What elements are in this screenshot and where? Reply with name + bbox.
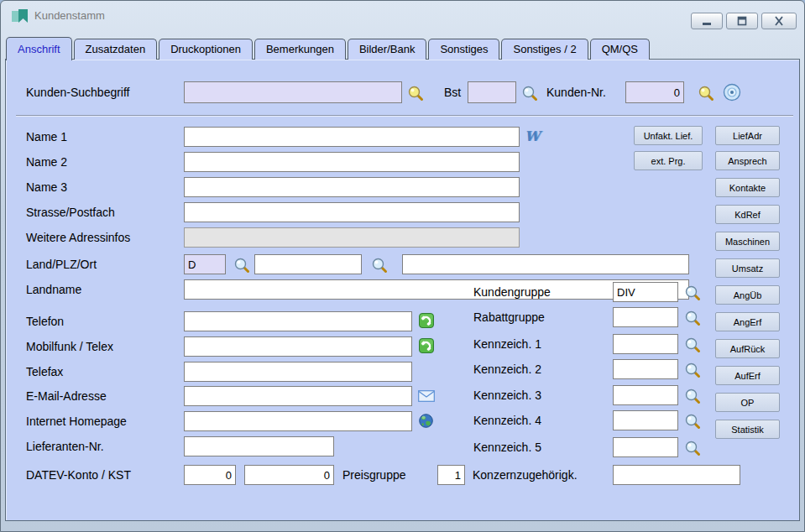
tab-bilder-bank[interactable]: Bilder/Bank <box>348 39 426 60</box>
tab-zusatzdaten[interactable]: Zusatzdaten <box>74 39 158 60</box>
land-magnifier-icon[interactable] <box>233 257 250 274</box>
tab-bemerkungen[interactable]: Bemerkungen <box>254 39 346 60</box>
name3-label: Name 3 <box>26 180 67 194</box>
plz-magnifier-icon[interactable] <box>371 257 388 274</box>
kennzeich4-input[interactable] <box>613 410 678 430</box>
mobilfunk-label: Mobilfunk / Telex <box>26 340 113 353</box>
telefon-input[interactable] <box>184 311 412 331</box>
window-frame-bottom <box>1 521 804 532</box>
strasse-label: Strasse/Postfach <box>26 206 115 219</box>
homepage-label: Internet Homepage <box>26 415 127 428</box>
kennzeich4-magnifier-icon[interactable] <box>684 413 701 430</box>
lieferanten-label: Lieferanten-Nr. <box>26 440 104 453</box>
ansprech-button[interactable]: Ansprech <box>715 151 780 170</box>
adressinfos-label: Weitere Adressinfos <box>26 231 130 244</box>
name2-input[interactable] <box>184 152 520 172</box>
telefax-input[interactable] <box>184 362 412 382</box>
minimize-button[interactable] <box>691 13 723 29</box>
word-export-icon[interactable]: W <box>525 128 540 144</box>
umsatz-button[interactable]: Umsatz <box>715 258 780 278</box>
lieferanten-input[interactable] <box>184 436 334 456</box>
op-button[interactable]: OP <box>715 393 780 412</box>
konzern-input[interactable] <box>613 465 740 485</box>
ext-prg-button[interactable]: ext. Prg. <box>634 151 703 170</box>
liefadr-button[interactable]: LiefAdr <box>715 126 780 145</box>
kennzeich2-magnifier-icon[interactable] <box>684 362 701 378</box>
kunden-suchbegriff-input[interactable] <box>184 81 402 103</box>
preisgruppe-label: Preisgruppe <box>342 468 406 482</box>
aufrueck-button[interactable]: AufRück <box>715 339 780 358</box>
adressinfos-input <box>184 227 520 248</box>
konzern-label: Konzernzugehörigk. <box>473 468 578 482</box>
bst-magnifier-icon[interactable] <box>521 85 538 102</box>
kdref-button[interactable]: KdRef <box>715 205 780 224</box>
telefax-label: Telefax <box>26 365 63 378</box>
name3-input[interactable] <box>184 177 520 197</box>
strasse-input[interactable] <box>184 202 520 222</box>
kennzeich4-label: Kennzeich. 4 <box>473 414 541 427</box>
rabattgruppe-input[interactable] <box>613 307 678 327</box>
tab-bar: Anschrift Zusatzdaten Druckoptionen Beme… <box>6 36 651 60</box>
dial-telefon-icon[interactable] <box>419 313 434 328</box>
tab-sonstiges[interactable]: Sonstiges <box>428 39 499 60</box>
globe-icon[interactable] <box>419 414 433 428</box>
angerf-button[interactable]: AngErf <box>715 312 780 331</box>
kunden-nr-label: Kunden-Nr. <box>546 86 606 99</box>
kunden-nr-input[interactable] <box>625 81 684 103</box>
name1-input[interactable] <box>184 127 520 147</box>
angueb-button[interactable]: AngÜb <box>715 285 780 305</box>
kennzeich3-input[interactable] <box>613 385 678 405</box>
search-kunde-magnifier-icon[interactable] <box>407 85 424 102</box>
land-plz-ort-label: Land/PLZ/Ort <box>26 258 97 271</box>
window-title: Kundenstamm <box>34 9 105 22</box>
name2-label: Name 2 <box>26 155 67 169</box>
auferf-button[interactable]: AufErf <box>715 366 780 385</box>
email-envelope-icon[interactable] <box>418 390 435 402</box>
telefon-label: Telefon <box>26 315 64 328</box>
kundengruppe-magnifier-icon[interactable] <box>684 284 701 301</box>
mobilfunk-input[interactable] <box>184 336 412 357</box>
landname-label: Landname <box>26 283 81 296</box>
kennzeich2-input[interactable] <box>613 359 678 379</box>
land-input[interactable] <box>184 254 226 274</box>
kennzeich5-label: Kennzeich. 5 <box>473 441 541 454</box>
tab-anschrift[interactable]: Anschrift <box>6 37 72 60</box>
minimize-icon <box>701 16 713 26</box>
close-icon <box>773 16 785 26</box>
preisgruppe-input[interactable] <box>437 465 465 485</box>
datev-kst-input[interactable] <box>244 465 334 485</box>
kunden-suchbegriff-label: Kunden-Suchbegriff <box>26 86 130 99</box>
dial-mobilfunk-icon[interactable] <box>419 338 434 353</box>
rabattgruppe-magnifier-icon[interactable] <box>684 310 701 326</box>
name1-label: Name 1 <box>26 130 67 143</box>
tab-druckoptionen[interactable]: Druckoptionen <box>159 39 253 60</box>
bookmark-icon <box>12 8 30 27</box>
email-label: E-Mail-Adresse <box>26 389 107 403</box>
title-bar: Kundenstamm <box>1 1 804 36</box>
kennzeich1-input[interactable] <box>613 334 678 354</box>
separator-line <box>16 115 793 117</box>
email-input[interactable] <box>184 386 412 406</box>
bst-input[interactable] <box>468 81 516 103</box>
kennzeich5-input[interactable] <box>613 437 678 457</box>
datev-konto-input[interactable] <box>184 465 236 485</box>
kennzeich2-label: Kennzeich. 2 <box>473 362 541 376</box>
tab-sonstiges-2[interactable]: Sonstiges / 2 <box>501 39 588 60</box>
kontakte-button[interactable]: Kontakte <box>715 178 780 197</box>
disc-icon[interactable] <box>723 83 741 102</box>
statistik-button[interactable]: Statistik <box>715 420 780 439</box>
kennzeich1-magnifier-icon[interactable] <box>684 336 701 353</box>
homepage-input[interactable] <box>184 411 412 431</box>
kennzeich1-label: Kennzeich. 1 <box>473 337 541 351</box>
kundengruppe-input[interactable] <box>613 282 678 302</box>
maschinen-button[interactable]: Maschinen <box>715 232 780 251</box>
plz-input[interactable] <box>254 254 362 274</box>
tab-qm-qs[interactable]: QM/QS <box>590 39 650 60</box>
close-button[interactable] <box>761 13 797 29</box>
unfakt-lief-button[interactable]: Unfakt. Lief. <box>634 126 703 145</box>
ort-input[interactable] <box>402 254 689 274</box>
restore-button[interactable] <box>726 13 758 29</box>
kunden-nr-magnifier-icon[interactable] <box>698 85 714 102</box>
kennzeich5-magnifier-icon[interactable] <box>684 440 701 456</box>
kennzeich3-magnifier-icon[interactable] <box>684 388 701 404</box>
